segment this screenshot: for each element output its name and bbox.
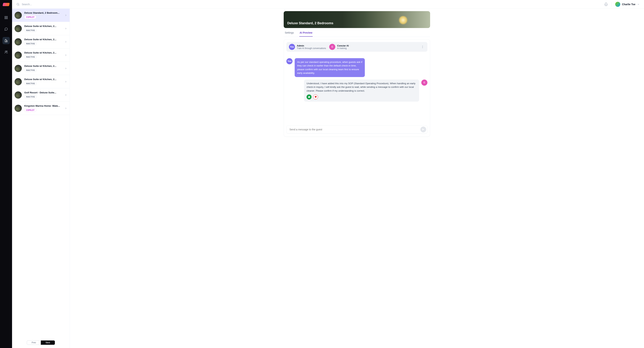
- chevron-right-icon: [64, 67, 67, 70]
- svg-point-4: [5, 51, 6, 52]
- user-name-label: Charlie Tse: [622, 3, 635, 6]
- listing-info: Deluxe Suite w/ Kitchen, 2...INACTIVE: [24, 78, 62, 85]
- ai-preview-card: You Admin Train AI through conversations…: [284, 39, 430, 137]
- chevron-right-icon: [64, 107, 67, 110]
- listing-row[interactable]: Deluxe Suite w/ Kitchen, 2...INACTIVE: [12, 22, 70, 35]
- listings-scroll: Deluxe Standard, 2 Bedroom...COPILOTDelu…: [12, 9, 70, 337]
- listing-title: Deluxe Suite w/ Kitchen, 2...: [24, 51, 62, 54]
- listing-title: Deluxe Suite w/ Kitchen, 2...: [24, 38, 62, 41]
- nav-users[interactable]: [2, 48, 10, 56]
- listing-row[interactable]: Deluxe Suite w/ Kitchen, 2...INACTIVE: [12, 35, 70, 48]
- listing-title: Golf Resort - Deluxe Suite...: [24, 91, 62, 94]
- listing-row[interactable]: Deluxe Suite w/ Kitchen, 2...INACTIVE: [12, 75, 70, 88]
- dots-vertical-icon: [421, 45, 424, 48]
- chevron-down-icon: [637, 3, 640, 5]
- thumbs-up-icon: [308, 96, 310, 98]
- composer: [286, 125, 428, 134]
- listing-title: Deluxe Suite w/ Kitchen, 2...: [24, 65, 62, 67]
- chat-area: You As per our standard operating proced…: [286, 52, 428, 106]
- notifications-button[interactable]: [604, 2, 608, 6]
- status-badge: INACTIVE: [24, 28, 37, 32]
- message-user-bubble: As per our standard operating procedure,…: [295, 58, 365, 77]
- nav-dashboard[interactable]: [2, 14, 10, 21]
- listing-thumb: [14, 78, 22, 85]
- listing-title: Deluxe Suite w/ Kitchen, 2...: [24, 25, 62, 27]
- status-badge: COPILOT: [24, 108, 36, 112]
- status-badge: INACTIVE: [24, 42, 37, 45]
- tab-settings[interactable]: Settings: [284, 29, 294, 37]
- pager: Prev Next: [12, 337, 70, 348]
- prev-button[interactable]: Prev: [27, 341, 41, 345]
- listing-title: Deluxe Standard, 2 Bedroom...: [24, 11, 62, 14]
- avatar-ai: C: [329, 44, 335, 50]
- next-button[interactable]: Next: [41, 341, 55, 345]
- thumbs-up-button[interactable]: [306, 94, 312, 99]
- message-avatar-ai: C: [421, 80, 428, 86]
- users-icon: [4, 50, 8, 54]
- listing-title: Kingston Marina Home: Wate...: [24, 105, 62, 107]
- user-menu[interactable]: Charlie Tse: [615, 2, 640, 7]
- listing-info: Deluxe Standard, 2 Bedroom...COPILOT: [24, 11, 62, 19]
- listing-thumb: [14, 51, 22, 59]
- feedback-buttons: [306, 94, 416, 99]
- svg-point-8: [422, 47, 423, 47]
- search-wrap: [16, 3, 604, 6]
- message-user-row: You As per our standard operating proced…: [286, 58, 428, 77]
- header-right: Charlie Tse: [604, 2, 640, 7]
- participant-admin-name: Admin: [297, 44, 326, 47]
- participant-ai: C Concier AI In training: [329, 44, 349, 50]
- nav-rail: [0, 0, 12, 348]
- listing-row[interactable]: Deluxe Suite w/ Kitchen, 2...INACTIVE: [12, 48, 70, 62]
- svg-rect-3: [6, 18, 8, 19]
- send-icon: [422, 128, 425, 131]
- tab-ai-preview[interactable]: AI Preview: [299, 29, 313, 37]
- status-badge: INACTIVE: [24, 68, 37, 72]
- listing-thumb: [14, 38, 22, 45]
- svg-point-7: [422, 46, 423, 46]
- participant-ai-sub: In training: [337, 47, 349, 50]
- participant-admin-sub: Train AI through conversations: [297, 47, 326, 50]
- listing-thumb: [14, 105, 22, 112]
- composer-input[interactable]: [290, 128, 418, 131]
- chevron-right-icon: [64, 54, 67, 56]
- message-avatar-you: You: [286, 58, 292, 64]
- chevron-right-icon: [64, 80, 67, 83]
- message-ai-text: Understood, I have added this into my SO…: [306, 82, 416, 93]
- logo: [2, 3, 10, 6]
- participants-more-button[interactable]: [420, 44, 425, 49]
- listing-thumb: [14, 91, 22, 99]
- status-badge: INACTIVE: [24, 55, 37, 59]
- nav-messages[interactable]: [2, 25, 10, 33]
- chevron-right-icon: [64, 27, 67, 30]
- search-input[interactable]: [22, 3, 76, 6]
- building-icon: [4, 39, 8, 42]
- listing-thumb: [14, 65, 22, 72]
- listing-info: Deluxe Suite w/ Kitchen, 2...INACTIVE: [24, 51, 62, 59]
- status-badge: COPILOT: [24, 15, 36, 19]
- listing-title: Deluxe Suite w/ Kitchen, 2...: [24, 78, 62, 81]
- thumbs-down-button[interactable]: [313, 94, 318, 99]
- content-pane: Deluxe Standard, 2 Bedrooms Settings AI …: [70, 9, 644, 348]
- listing-info: Deluxe Suite w/ Kitchen, 2...INACTIVE: [24, 65, 62, 72]
- avatar-you: You: [289, 44, 295, 50]
- listing-thumb: [14, 12, 22, 19]
- bell-icon: [604, 2, 608, 6]
- status-badge: INACTIVE: [24, 95, 37, 99]
- thumbs-down-icon: [314, 96, 317, 98]
- listing-row[interactable]: Deluxe Standard, 2 Bedroom...COPILOT: [12, 9, 70, 22]
- message-ai-row: Understood, I have added this into my SO…: [286, 80, 428, 102]
- send-button[interactable]: [420, 127, 426, 132]
- listing-info: Golf Resort - Deluxe Suite...INACTIVE: [24, 91, 62, 99]
- listing-info: Deluxe Suite w/ Kitchen, 2...INACTIVE: [24, 25, 62, 32]
- chevron-right-icon: [64, 14, 67, 16]
- svg-rect-0: [5, 16, 6, 17]
- chat-icon: [4, 27, 8, 31]
- nav-properties[interactable]: [2, 37, 10, 44]
- listing-row[interactable]: Deluxe Suite w/ Kitchen, 2...INACTIVE: [12, 62, 70, 75]
- listing-row[interactable]: Kingston Marina Home: Wate...COPILOT: [12, 102, 70, 115]
- svg-rect-1: [6, 16, 8, 17]
- listing-row[interactable]: Golf Resort - Deluxe Suite...INACTIVE: [12, 88, 70, 102]
- chevron-right-icon: [64, 94, 67, 96]
- hero-banner: Deluxe Standard, 2 Bedrooms: [284, 11, 430, 28]
- svg-point-6: [17, 3, 19, 5]
